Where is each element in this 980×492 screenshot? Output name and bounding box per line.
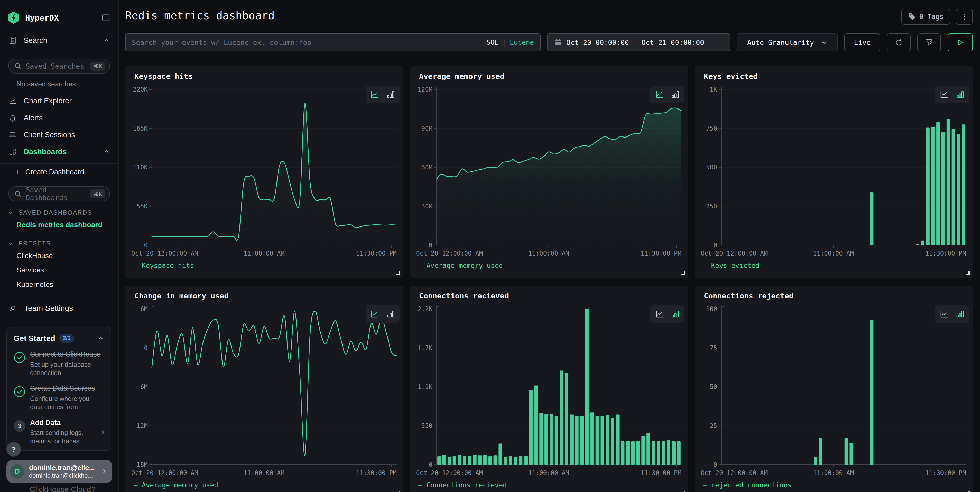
chevron-down-icon [821, 39, 827, 46]
live-button[interactable]: Live [844, 33, 880, 51]
bar-chart-icon[interactable] [386, 90, 395, 99]
bar-chart-icon[interactable] [670, 309, 680, 319]
svg-text:11:00:00 AM: 11:00:00 AM [813, 470, 854, 476]
svg-text:1.1K: 1.1K [418, 383, 433, 390]
bar-chart-icon[interactable] [955, 90, 965, 99]
svg-text:120M: 120M [418, 86, 433, 93]
section-presets[interactable]: PRESETS [0, 232, 118, 248]
bar-chart-icon[interactable] [955, 309, 965, 319]
collapse-sidebar-icon[interactable] [101, 13, 110, 22]
chart-plot-area[interactable]: 1007550250Oct 20 12:00:00 AM11:00:00 AM1… [695, 286, 973, 492]
mode-separator: | [502, 38, 506, 46]
dashboard-item-redis-metrics[interactable]: Redis metrics dashboard [0, 218, 118, 232]
help-button[interactable]: ? [6, 442, 21, 457]
saved-dashboards-placeholder: Saved Dashboards [26, 186, 91, 202]
sidebar-item-dashboards[interactable]: Dashboards [0, 144, 118, 159]
no-saved-searches-note: No saved searches [0, 73, 118, 89]
sql-mode-toggle[interactable]: SQL [487, 38, 498, 46]
section-header-label: SAVED DASHBOARDS [19, 209, 92, 216]
sidebar-item-label: Alerts [24, 114, 110, 122]
bar-chart-icon[interactable] [386, 309, 395, 319]
get-started-title: Get Started [14, 334, 55, 343]
svg-text:2.2K: 2.2K [418, 306, 433, 312]
search-icon [14, 190, 22, 197]
lucene-mode-toggle[interactable]: Lucene [510, 38, 534, 46]
panel-title: Connections rejected [704, 291, 794, 300]
panel-change-in-memory: Change in memory used 6M0-6M-12M-18MOct … [125, 286, 403, 492]
svg-text:1.7K: 1.7K [418, 344, 433, 352]
bar-chart-icon[interactable] [670, 90, 680, 99]
tags-button[interactable]: 0 Tags [901, 9, 950, 25]
date-range-picker[interactable]: Oct 20 00:00:00 - Oct 21 00:00:00 [547, 33, 730, 51]
event-search-input[interactable]: Search your events w/ Lucene ex. column:… [125, 33, 541, 51]
preset-item-kubernetes[interactable]: Kubernetes [0, 277, 118, 292]
panel-title: Average memory used [419, 72, 504, 81]
resize-handle[interactable] [966, 491, 970, 492]
chart-plot-area[interactable]: 120M90M60M30M0Oct 20 12:00:00 AM11:00:00… [410, 66, 688, 278]
chart-type-toggle [366, 305, 399, 323]
sidebar-item-chart-explorer[interactable]: Chart Explorer [0, 93, 118, 108]
svg-text:750: 750 [706, 125, 717, 132]
chart-plot-area[interactable]: 6M0-6M-12M-18MOct 20 12:00:00 AM11:00:00… [125, 286, 403, 492]
chart-plot-area[interactable]: 2.2K1.7K1.1K5500Oct 20 12:00:00 AM11:00:… [410, 286, 688, 492]
resize-handle[interactable] [681, 491, 685, 492]
get-started-step-add-data[interactable]: 3 Add Data Start sending logs, metrics, … [14, 419, 104, 446]
team-settings-button[interactable]: Team Settings [0, 292, 118, 313]
svg-text:Oct 20 12:00:00 AM: Oct 20 12:00:00 AM [131, 250, 198, 257]
resize-handle[interactable] [396, 271, 400, 275]
section-header-label: PRESETS [19, 240, 51, 247]
svg-text:6M: 6M [140, 306, 148, 312]
plus-icon: + [15, 167, 20, 177]
legend-dash: — [134, 481, 138, 489]
check-circle-icon [14, 386, 25, 398]
sidebar-item-alerts[interactable]: Alerts [0, 110, 118, 125]
user-menu[interactable]: D dominic.tran@clic... dominic.tran@clic… [6, 460, 112, 483]
resize-handle[interactable] [396, 491, 400, 492]
chevron-up-icon [103, 148, 110, 155]
get-started-step-sources[interactable]: Create Data Sources Configure where your… [14, 384, 104, 411]
chevron-up-icon[interactable] [97, 335, 104, 342]
svg-text:90M: 90M [422, 125, 433, 132]
panel-title: Keyspace hits [134, 72, 193, 81]
step-number-badge: 3 [14, 420, 25, 432]
preset-item-clickhouse[interactable]: ClickHouse [0, 248, 118, 263]
section-saved-dashboards[interactable]: SAVED DASHBOARDS [0, 201, 118, 218]
sidebar-item-label: Dashboards [24, 148, 103, 156]
chart-plot-area[interactable]: 220K165K110K55K0Oct 20 12:00:00 AM11:00:… [125, 66, 403, 278]
resize-handle[interactable] [681, 271, 685, 275]
resize-handle[interactable] [966, 271, 970, 275]
refresh-button[interactable] [887, 33, 911, 51]
svg-text:25: 25 [710, 422, 717, 430]
sidebar-item-label: Search [24, 36, 103, 45]
page-title: Redis metrics dashboard [125, 9, 275, 22]
panel-keys-evicted: Keys evicted 1K7505002500Oct 20 12:00:00… [695, 66, 973, 278]
sidebar-item-search[interactable]: Search [0, 33, 118, 48]
avatar: D [10, 464, 24, 479]
get-started-step-connect[interactable]: Connect to ClickHouse Set up your databa… [14, 350, 104, 377]
saved-dashboards-input[interactable]: Saved Dashboards ⌘K [8, 186, 110, 201]
create-dashboard-button[interactable]: + Create Dashboard [0, 164, 118, 180]
user-name: dominic.tran@clic... [29, 464, 101, 472]
preset-item-services[interactable]: Services [0, 263, 118, 277]
granularity-select[interactable]: Auto Granularity [737, 33, 838, 51]
line-chart-icon[interactable] [370, 90, 380, 99]
sidebar-item-label: Chart Explorer [24, 97, 110, 105]
chart-plot-area[interactable]: 1K7505002500Oct 20 12:00:00 AM11:00:00 A… [695, 66, 973, 278]
sidebar-item-client-sessions[interactable]: Client Sessions [0, 127, 118, 142]
line-chart-icon[interactable] [654, 90, 664, 99]
line-chart-icon[interactable] [654, 309, 664, 319]
panel-title: Keys evicted [704, 72, 758, 81]
saved-searches-input[interactable]: Saved Searches ⌘K [8, 59, 110, 73]
more-menu-button[interactable] [956, 9, 973, 25]
calendar-icon [554, 38, 562, 46]
filter-button[interactable] [917, 33, 941, 51]
line-chart-icon[interactable] [370, 309, 380, 319]
line-chart-icon[interactable] [939, 309, 949, 319]
line-chart-icon[interactable] [939, 90, 949, 99]
tag-icon [908, 13, 916, 21]
logo-row: HyperDX [0, 0, 118, 24]
run-query-button[interactable] [948, 33, 973, 51]
svg-text:50: 50 [710, 383, 717, 390]
step-title: Add Data [30, 419, 98, 427]
svg-text:-6M: -6M [137, 383, 148, 390]
